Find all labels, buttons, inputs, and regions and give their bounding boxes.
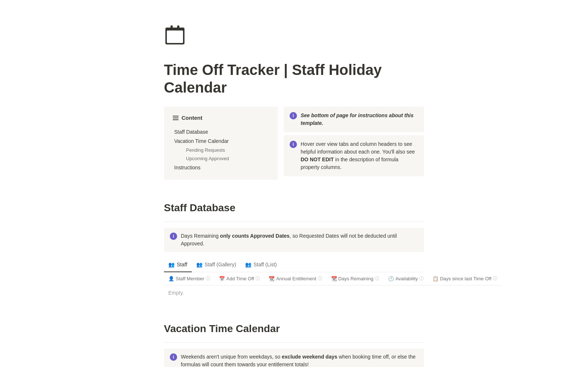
toc-title: Content: [182, 114, 202, 122]
staff-notice-text: Days Remaining only counts Approved Date…: [181, 232, 418, 248]
vacation-notice: i Weekends aren't unique from weekdays, …: [164, 349, 424, 367]
col-days-remaining-label: Days Remaining: [338, 275, 373, 283]
empty-cell-5: [384, 285, 428, 301]
col-add-time-off-icon: 📅: [219, 275, 225, 283]
page-icon: [164, 22, 424, 55]
col-annual-entitlement-label: Annual Entitlement: [276, 275, 316, 283]
col-staff-member-icon: 👤: [168, 275, 174, 283]
col-days-since-label: Days since last Time Off: [440, 275, 491, 283]
vacation-calendar-title: Vacation Time Calendar: [164, 318, 424, 337]
col-days-since: 📋 Days since last Time Off ⓘ: [428, 272, 502, 285]
toc-item-instructions[interactable]: Instructions: [173, 163, 269, 172]
toc-block: Content Staff Database Vacation Time Cal…: [164, 107, 278, 180]
col-days-remaining: 📆 Days Remaining ⓘ: [327, 272, 384, 285]
col-staff-member-info[interactable]: ⓘ: [206, 275, 210, 282]
empty-cell-4: [327, 285, 384, 301]
tab-staff[interactable]: 👥 Staff: [164, 258, 192, 272]
toc-item-vacation-calendar[interactable]: Vacation Time Calendar: [173, 137, 269, 146]
tab-staff-list-label: Staff (List): [254, 261, 277, 269]
col-add-time-off-info[interactable]: ⓘ: [255, 275, 260, 282]
info-column: i See bottom of page for instructions ab…: [284, 107, 424, 176]
tab-staff-list[interactable]: 👥 Staff (List): [241, 258, 282, 272]
col-availability: 🕐 Availability ⓘ: [384, 272, 428, 285]
tab-staff-gallery[interactable]: 👥 Staff (Gallery): [192, 258, 241, 272]
toc-item-pending-requests[interactable]: Pending Requests: [173, 146, 269, 155]
col-annual-entitlement-icon: 📆: [269, 275, 275, 283]
info-text-2: Hover over view tabs and column headers …: [301, 140, 418, 171]
table-header-row: 👤 Staff Member ⓘ 📅 Add Time Off ⓘ: [164, 272, 502, 285]
col-staff-member: 👤 Staff Member ⓘ: [164, 272, 215, 285]
staff-notice-icon: i: [170, 233, 177, 240]
toc-items: Staff Database Vacation Time Calendar Pe…: [173, 127, 269, 172]
toc-item-upcoming-approved[interactable]: Upcoming Approved: [173, 154, 269, 163]
col-days-since-info[interactable]: ⓘ: [493, 275, 497, 282]
info-icon-2: i: [290, 141, 297, 148]
toc-item-staff-database[interactable]: Staff Database: [173, 127, 269, 137]
info-icon-1: i: [290, 112, 297, 119]
staff-database-section: Staff Database i Days Remaining only cou…: [164, 197, 424, 301]
info-text-1: See bottom of page for instructions abou…: [301, 112, 418, 127]
col-add-time-off-label: Add Time Off: [226, 275, 254, 283]
col-availability-label: Availability: [395, 275, 418, 283]
col-staff-member-label: Staff Member: [176, 275, 204, 283]
col-add-time-off: 📅 Add Time Off ⓘ: [215, 272, 265, 285]
col-availability-icon: 🕐: [388, 275, 394, 283]
vacation-divider: [164, 342, 424, 343]
tab-staff-icon: 👥: [168, 261, 175, 269]
hamburger-icon: [173, 116, 179, 120]
toc-header: Content: [173, 114, 269, 122]
svg-rect-2: [171, 25, 173, 30]
col-annual-entitlement-info[interactable]: ⓘ: [318, 275, 322, 282]
vacation-notice-text: Weekends aren't unique from weekdays, so…: [181, 353, 418, 367]
staff-table: 👤 Staff Member ⓘ 📅 Add Time Off ⓘ: [164, 272, 502, 301]
tab-staff-label: Staff: [177, 261, 187, 269]
staff-tabs: 👥 Staff 👥 Staff (Gallery) 👥 Staff (List): [164, 258, 424, 272]
page-title: Time Off Tracker | Staff Holiday Calenda…: [164, 61, 424, 96]
staff-divider: [164, 222, 424, 222]
svg-rect-3: [177, 25, 179, 30]
info-block-1: i See bottom of page for instructions ab…: [284, 107, 424, 132]
col-availability-info[interactable]: ⓘ: [419, 275, 424, 282]
tab-staff-gallery-label: Staff (Gallery): [205, 261, 236, 269]
info-block-2: i Hover over view tabs and column header…: [284, 135, 424, 176]
empty-cell-2: [215, 285, 265, 301]
col-days-remaining-info[interactable]: ⓘ: [375, 275, 379, 282]
col-days-remaining-icon: 📆: [331, 275, 337, 283]
empty-cell-3: [264, 285, 326, 301]
tab-staff-list-icon: 👥: [245, 261, 251, 269]
tab-staff-gallery-icon: 👥: [196, 261, 202, 269]
vacation-calendar-section: Vacation Time Calendar i Weekends aren't…: [164, 318, 424, 367]
toc-info-row: Content Staff Database Vacation Time Cal…: [164, 107, 424, 180]
col-days-since-icon: 📋: [433, 275, 438, 283]
col-annual-entitlement: 📆 Annual Entitlement ⓘ: [264, 272, 326, 285]
svg-rect-1: [167, 30, 183, 43]
staff-database-title: Staff Database: [164, 197, 424, 216]
table-empty-row: Empty.: [164, 285, 502, 301]
staff-notice: i Days Remaining only counts Approved Da…: [164, 228, 424, 252]
vacation-notice-icon: i: [170, 353, 177, 361]
empty-cell-6: [428, 285, 502, 301]
empty-text: Empty.: [164, 285, 215, 301]
